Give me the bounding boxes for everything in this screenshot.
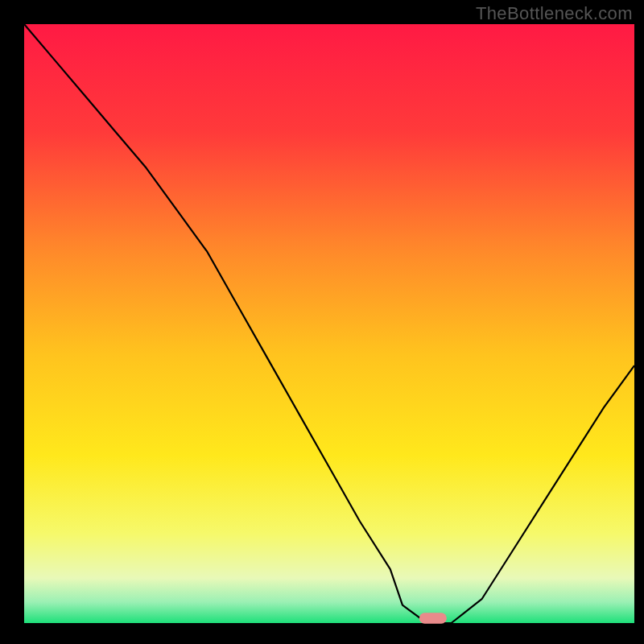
watermark-text: TheBottleneck.com xyxy=(476,3,633,24)
plot-svg xyxy=(0,0,644,644)
plot-area xyxy=(24,24,634,623)
bottleneck-chart: TheBottleneck.com xyxy=(0,0,644,644)
optimal-marker xyxy=(419,613,447,623)
